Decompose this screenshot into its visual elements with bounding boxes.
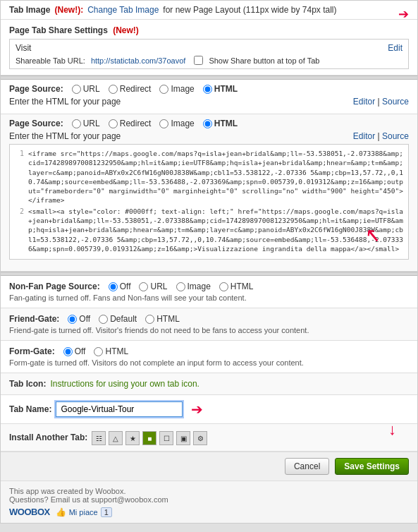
fb-like-row: 👍 Mi piace 1 [56,507,112,517]
arrow-down-right-icon: ↓ [388,421,396,439]
visit-label: Visit [16,43,31,53]
form-gate-desc: Form-gate is turned off. Visitors do not… [9,358,409,367]
radio-image-1[interactable]: Image [159,84,194,94]
radio-off-formg[interactable]: Off [63,346,86,356]
tab-name-section: Tab Name: ➔ ↓ [1,395,417,424]
shareable-label: Shareable Tab URL: [16,56,85,65]
non-fan-label: Non-Fan Page Source: [9,282,100,291]
tab-image-section: Tab Image (New!): Change Tab Image for n… [1,1,417,20]
fb-like-label[interactable]: Mi piace [69,508,98,516]
radio-redirect-2[interactable]: Redirect [109,119,152,128]
page-tab-share-section: Page Tab Share Settings (New!) Visit Edi… [1,20,417,75]
cancel-button[interactable]: Cancel [285,458,329,475]
radio-url-1[interactable]: URL [72,84,100,94]
radio-url-2[interactable]: URL [72,119,100,128]
radio-html-1[interactable]: HTML [203,84,238,94]
page-source-section-2: Page Source: URL Redirect Image HTML Ent… [1,114,417,272]
editor-source-2: Editor | Source [353,131,409,141]
radio-image-2[interactable]: Image [159,119,194,128]
friend-gate-label: Friend-Gate: [9,314,59,324]
code-block[interactable]: 1 <iframe src="https://maps.google.com/m… [9,144,409,260]
tab-name-input[interactable] [56,401,183,417]
radio-url-nf[interactable]: URL [139,282,167,291]
install-tab-label: Install Another Tab: [9,433,87,442]
install-icon-camera[interactable]: ▣ [176,431,190,445]
install-icons-row: ☷ △ ★ ■ ☐ ▣ ⚙ [92,431,207,445]
install-icon-image[interactable]: ■ [142,431,156,445]
created-text: This app was created by Woobox. [9,487,409,495]
source-link-2[interactable]: Source [382,131,409,141]
non-fan-desc: Fan-gating is turned off. Fans and Non-f… [9,294,409,302]
install-tab-section: Install Another Tab: ☷ △ ★ ■ ☐ ▣ ⚙ [1,424,417,452]
tab-icon-section: Tab Icon: Instructions for using your ow… [1,373,417,395]
code-line-2: 2 <small><a style="color: #0000ff; text-… [14,207,404,253]
install-icon-star[interactable]: ★ [125,431,140,445]
footer-buttons: Cancel Save Settings [1,452,417,480]
editor-source-1: Editor | Source [353,97,409,107]
woobox-logo: WOOBOX [9,507,50,517]
radio-html-2[interactable]: HTML [203,119,238,128]
install-icon-settings[interactable]: ⚙ [193,431,207,445]
save-settings-button[interactable]: Save Settings [335,458,409,475]
radio-off-fg[interactable]: Off [68,314,90,324]
page-source-label-2: Page Source: [9,119,63,128]
friend-gate-desc: Friend-gate is turned off. Visitor's fri… [9,326,409,334]
change-tab-image-link[interactable]: Change Tab Image [87,5,159,15]
arrow-right-icon: ➔ [398,6,409,22]
tab-name-label: Tab Name: [9,404,51,414]
radio-redirect-1[interactable]: Redirect [109,84,152,94]
install-icon-filter[interactable]: ☷ [92,431,106,445]
radio-html-formg[interactable]: HTML [94,346,128,356]
tab-image-desc: for new Page Layout (111px wide by 74px … [163,5,336,15]
source-link-1[interactable]: Source [382,97,409,107]
radio-default-fg[interactable]: Default [99,314,137,324]
fb-thumb-icon: 👍 [56,507,66,517]
radio-image-nf[interactable]: Image [176,282,211,291]
tab-icon-label: Tab Icon: [9,379,46,389]
code-line-1: 1 <iframe src="https://maps.google.com/m… [14,149,404,205]
like-count: 1 [101,507,112,517]
radio-off-nf[interactable]: Off [109,282,131,291]
arrow-left-icon: ➔ [191,401,203,418]
app-footer: This app was created by Woobox. Question… [1,480,417,523]
page-tab-share-new-badge: (New!) [113,25,139,35]
editor-link-2[interactable]: Editor [353,131,375,141]
tab-image-new-badge: (New!): [54,5,83,15]
friend-gate-section: Friend-Gate: Off Default HTML Friend-gat… [1,308,417,341]
enter-html-label-2: Enter the HTML for your page [9,131,121,141]
form-gate-label: Form-Gate: [9,346,55,356]
show-share-checkbox[interactable] [194,56,203,65]
install-icon-checkbox[interactable]: ☐ [159,431,173,445]
questions-text: Questions? Email us at support@woobox.co… [9,495,409,504]
radio-html-nf[interactable]: HTML [219,282,254,291]
page-source-section-1: Page Source: URL Redirect Image HTML Ent… [1,80,417,114]
install-icon-share[interactable]: △ [109,431,123,445]
enter-html-label-1: Enter the HTML for your page [9,97,121,107]
edit-link[interactable]: Edit [388,43,402,53]
tab-image-label: Tab Image [9,5,50,15]
page-source-label-1: Page Source: [9,84,63,94]
page-tab-share-label: Page Tab Share Settings [9,25,108,35]
shareable-url[interactable]: http://statictab.com/37oavof [91,56,186,65]
form-gate-section: Form-Gate: Off HTML Form-gate is turned … [1,341,417,373]
show-share-label: Show Share button at top of Tab [209,56,319,65]
tab-icon-instructions-link[interactable]: Instructions for using your own tab icon… [50,379,199,389]
radio-html-fg[interactable]: HTML [145,314,180,324]
editor-link-1[interactable]: Editor [353,97,375,107]
non-fan-section: Non-Fan Page Source: Off URL Image HTML … [1,276,417,308]
